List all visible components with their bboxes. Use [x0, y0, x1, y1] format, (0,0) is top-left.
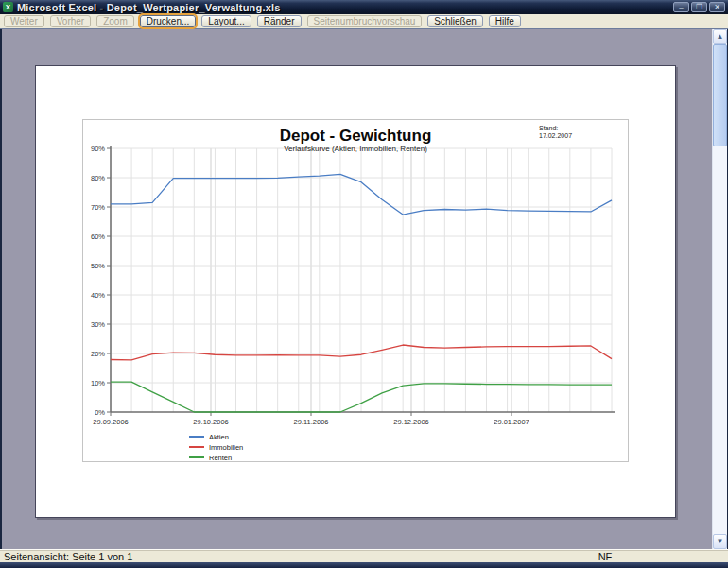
restore-button[interactable]: ❐ [691, 2, 707, 12]
print-preview-workspace: 0%10%20%30%40%50%60%70%80%90%29.09.20062… [2, 29, 712, 549]
main-area: 0%10%20%30%40%50%60%70%80%90%29.09.20062… [0, 29, 728, 549]
toolbar-button-schlie-en[interactable]: Schließen [427, 15, 482, 27]
y-tick-label: 20% [91, 350, 105, 358]
toolbar-button-vorher: Vorher [50, 15, 91, 27]
x-tick-label: 29.10.2006 [193, 418, 229, 426]
chart-subtitle: Verlaufskurve (Aktien, Immobilien, Rente… [284, 145, 427, 153]
print-preview-toolbar: WeiterVorherZoomDrucken...Layout...Rände… [0, 14, 728, 29]
y-tick-label: 0% [95, 408, 105, 417]
toolbar-button-hilfe[interactable]: Hilfe [489, 15, 521, 27]
legend-label-aktien: Aktien [209, 433, 229, 441]
x-tick-label: 29.11.2006 [294, 418, 329, 426]
stand-date: 17.02.2007 [539, 132, 572, 139]
depot-gewichtung-chart: 0%10%20%30%40%50%60%70%80%90%29.09.20062… [82, 119, 629, 462]
toolbar-button-zoom: Zoom [96, 15, 134, 27]
minimize-button[interactable]: – [673, 2, 689, 12]
y-tick-label: 50% [91, 262, 105, 270]
window-controls: –❐✕ [671, 2, 725, 12]
preview-page: 0%10%20%30%40%50%60%70%80%90%29.09.20062… [35, 65, 676, 518]
stand-label: Stand: [539, 125, 558, 131]
x-tick-label: 29.12.2006 [393, 418, 429, 426]
y-tick-label: 70% [91, 203, 105, 212]
scrollbar-thumb[interactable] [713, 44, 727, 146]
scroll-up-button[interactable]: ▲ [713, 29, 727, 44]
vertical-scrollbar[interactable]: ▲ ▼ [712, 29, 727, 549]
y-tick-label: 10% [91, 379, 105, 387]
legend-label-immobilien: Immobilien [209, 443, 243, 452]
y-tick-label: 80% [91, 174, 105, 182]
y-tick-label: 60% [91, 232, 105, 241]
y-tick-label: 30% [91, 320, 105, 329]
scrollbar-track[interactable] [713, 44, 727, 534]
window-bottom-edge [0, 562, 728, 568]
legend-label-renten: Renten [209, 454, 232, 462]
close-button[interactable]: ✕ [709, 2, 725, 12]
excel-app-icon: X [3, 2, 13, 12]
toolbar-button-seitenumbruchvorschau: Seitenumbruchvorschau [307, 15, 423, 27]
chart-frame [83, 120, 629, 462]
title-bar: X Microsoft Excel - Depot_Wertpapier_Ver… [0, 0, 728, 14]
toolbar-button-layout[interactable]: Layout... [201, 15, 251, 27]
y-tick-label: 90% [91, 145, 105, 153]
chart-title: Depot - Gewichtung [280, 127, 432, 145]
x-tick-label: 29.09.2006 [93, 418, 129, 426]
x-tick-label: 29.01.2007 [494, 418, 529, 426]
toolbar-button-r-nder[interactable]: Ränder [257, 15, 302, 27]
toolbar-button-drucken[interactable]: Drucken... [140, 15, 197, 27]
status-bar: Seitenansicht: Seite 1 von 1 NF [0, 549, 728, 562]
y-tick-label: 40% [91, 291, 105, 300]
excel-window: X Microsoft Excel - Depot_Wertpapier_Ver… [0, 0, 728, 568]
toolbar-button-weiter: Weiter [4, 15, 44, 27]
chart: 0%10%20%30%40%50%60%70%80%90%29.09.20062… [82, 119, 629, 462]
status-text: Seitenansicht: Seite 1 von 1 [0, 551, 572, 562]
num-lock-indicator: NF [572, 551, 638, 562]
window-title: Microsoft Excel - Depot_Wertpapier_Verwa… [17, 2, 671, 13]
scroll-down-button[interactable]: ▼ [713, 534, 727, 549]
